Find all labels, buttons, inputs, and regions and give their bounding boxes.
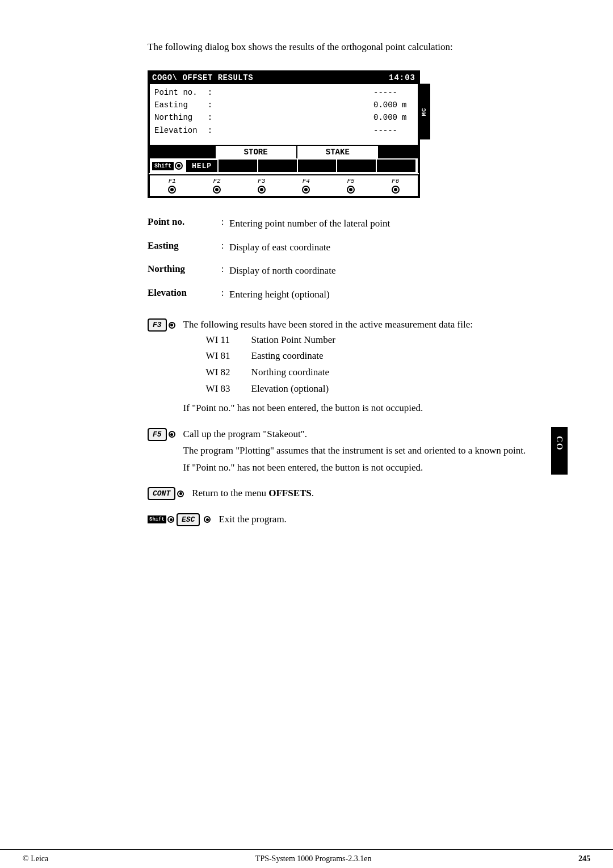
row-value-elevation: -----: [215, 124, 402, 137]
shift-help-row: Shift HELP: [149, 158, 419, 173]
fkey-f6-btn[interactable]: [392, 186, 400, 194]
shift-dot-button[interactable]: [175, 162, 183, 170]
row-unit-elevation: [402, 124, 413, 137]
f3-key-dot[interactable]: [169, 322, 175, 329]
f3-intro-text: The following results have been stored i…: [183, 317, 568, 332]
row-value-easting: 0.000: [215, 99, 402, 111]
intro-paragraph: The following dialog box shows the resul…: [148, 40, 568, 54]
def-term-pointno: Point no.: [148, 216, 216, 228]
cont-key-box[interactable]: CONT: [148, 487, 175, 500]
cont-section: CONT Return to the menu OFFSETS.: [148, 486, 568, 501]
screen-body: MC Point no. : ----- Easting : 0.000: [149, 84, 419, 140]
stake-button[interactable]: STAKE: [297, 146, 379, 158]
footer-page-num: 245: [578, 854, 590, 863]
def-desc-elevation: Entering height (optional): [229, 287, 568, 302]
shift-dot-esc[interactable]: [167, 516, 174, 523]
def-desc-easting: Display of east coordinate: [229, 240, 568, 255]
wi-row-83: WI 83 Elevation (optional): [206, 381, 568, 397]
def-desc-pointno: Entering point number of the lateral poi…: [229, 216, 568, 231]
device-screen: COGO\ OFFSET RESULTS 14:03 MC Point no. …: [148, 70, 420, 199]
cont-action-section: CONT Return to the menu OFFSETS.: [148, 486, 568, 501]
screen-title: COGO\ OFFSET RESULTS: [152, 73, 253, 82]
fkey-f2-btn[interactable]: [213, 186, 221, 194]
empty-btn-2: [258, 160, 297, 172]
footer-copyright: © Leica: [23, 854, 48, 863]
def-colon-pointno: :: [216, 216, 229, 228]
f3-key-badge: F3: [148, 318, 175, 332]
f5-text-line-1: Call up the program "Stakeout".: [183, 427, 545, 442]
shift-esc-section: Shift ESC Exit the program.: [148, 512, 568, 527]
f3-key-box[interactable]: F3: [148, 318, 167, 332]
device-container: COGO\ OFFSET RESULTS 14:03 MC Point no. …: [148, 70, 568, 199]
row-label-pointno: Point no.: [154, 86, 205, 99]
row-colon-easting: :: [205, 99, 215, 111]
wi-code-82: WI 82: [206, 364, 234, 381]
def-row-easting: Easting : Display of east coordinate: [148, 240, 568, 255]
screen-row-elevation: Elevation : -----: [154, 124, 413, 137]
row-colon-northing: :: [205, 111, 215, 124]
esc-action-text: Exit the program.: [219, 512, 568, 527]
fkey-f1-btn[interactable]: [168, 186, 176, 194]
definitions-section: Point no. : Entering point number of the…: [148, 216, 568, 301]
row-value-pointno: -----: [215, 86, 402, 99]
wi-code-81: WI 81: [206, 348, 234, 364]
def-colon-easting: :: [216, 240, 229, 251]
fkey-f3: F3: [239, 178, 284, 194]
f5-key-box[interactable]: F5: [148, 428, 167, 441]
screen-spacer: [149, 139, 419, 145]
fkey-f5-btn[interactable]: [347, 186, 355, 194]
f5-action-text: Call up the program "Stakeout". The prog…: [183, 427, 545, 475]
f3-action-text: The following results have been stored i…: [183, 317, 568, 416]
f5-action-section: F5 Call up the program "Stakeout". The p…: [148, 427, 568, 475]
cont-key-badge: CONT: [148, 487, 184, 500]
row-unit-pointno: [402, 86, 413, 99]
btn-spacer-right: [379, 146, 418, 158]
f5-text-line-2: The program "Plotting" assumes that the …: [183, 443, 545, 458]
screen-row-easting: Easting : 0.000 m: [154, 99, 413, 111]
cont-key-dot[interactable]: [177, 490, 184, 497]
esc-key-box[interactable]: ESC: [177, 513, 200, 526]
empty-btn-1: [219, 160, 257, 172]
row-value-northing: 0.000: [215, 111, 402, 124]
row-label-elevation: Elevation: [154, 124, 205, 137]
def-term-elevation: Elevation: [148, 287, 216, 299]
esc-key-dot[interactable]: [204, 516, 211, 523]
fkey-f2: F2: [195, 178, 240, 194]
f3-action-section: F3 The following results have been store…: [148, 317, 568, 416]
wi-row-82: WI 82 Northing coordinate: [206, 364, 568, 381]
empty-btn-4: [337, 160, 376, 172]
screen-time: 14:03: [389, 73, 415, 82]
empty-btn-3: [298, 160, 337, 172]
screen-row-northing: Northing : 0.000 m: [154, 111, 413, 124]
fkey-f1: F1: [150, 178, 195, 194]
page: The following dialog box shows the resul…: [0, 0, 613, 868]
fkey-f1-label: F1: [169, 178, 176, 184]
def-term-northing: Northing: [148, 263, 216, 275]
def-row-pointno: Point no. : Entering point number of the…: [148, 216, 568, 231]
cont-action-text: Return to the menu OFFSETS.: [192, 486, 568, 501]
page-footer: © Leica TPS-System 1000 Programs-2.3.1en…: [0, 849, 613, 868]
def-colon-northing: :: [216, 263, 229, 275]
def-row-northing: Northing : Display of north coordinate: [148, 263, 568, 278]
mc-label: MC: [419, 84, 430, 140]
content-area: The following dialog box shows the resul…: [0, 23, 613, 849]
f5-key-badge: F5: [148, 428, 175, 441]
fkey-f3-btn[interactable]: [258, 186, 266, 194]
wi-desc-83: Elevation (optional): [251, 381, 329, 397]
fkey-f5-label: F5: [347, 178, 354, 184]
def-row-elevation: Elevation : Entering height (optional): [148, 287, 568, 302]
fkey-f4-btn[interactable]: [302, 186, 310, 194]
row-colon-elevation: :: [205, 124, 215, 137]
f3-section: F3 The following results have been store…: [148, 317, 568, 416]
fkey-f6-label: F6: [392, 178, 399, 184]
store-button[interactable]: STORE: [215, 146, 297, 158]
f5-text-line-3: If "Point no." has not been entered, the…: [183, 460, 545, 475]
fkey-f3-label: F3: [258, 178, 265, 184]
row-unit-northing: m: [402, 111, 413, 124]
f5-key-dot[interactable]: [169, 431, 175, 438]
help-button[interactable]: HELP: [186, 160, 217, 172]
empty-btn-5: [377, 160, 415, 172]
f5-section: F5 Call up the program "Stakeout". The p…: [148, 427, 568, 475]
btn-spacer-left: [150, 146, 215, 158]
f3-note-text: If "Point no." has not been entered, the…: [183, 401, 568, 416]
